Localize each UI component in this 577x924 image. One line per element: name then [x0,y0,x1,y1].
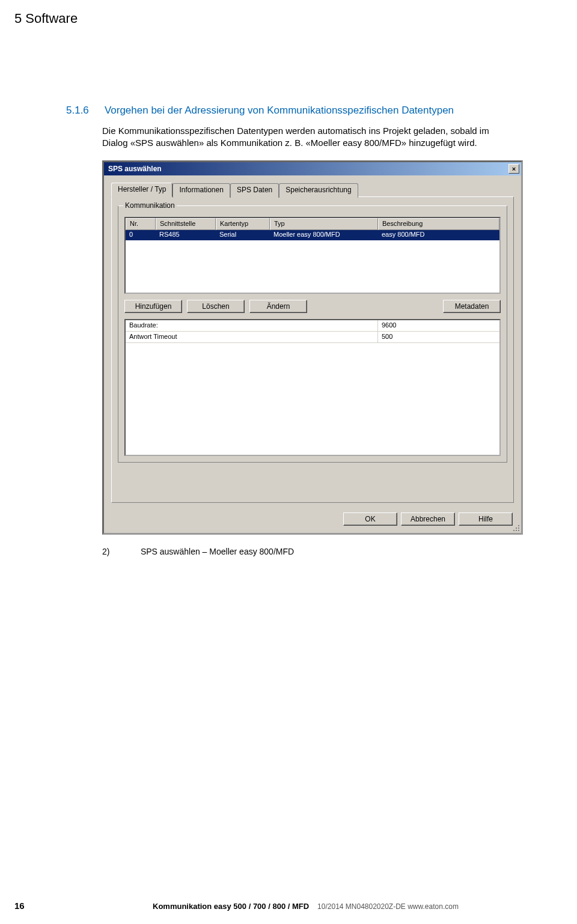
caption-text: SPS auswählen – Moeller easy 800/MFD [141,547,294,556]
section: 5.1.6 Vorgehen bei der Adressierung von … [66,105,511,556]
listview-header: Nr. Schnittstelle Kartentyp Typ Beschrei… [126,218,499,230]
col-schnittstelle[interactable]: Schnittstelle [156,218,216,230]
listview[interactable]: Nr. Schnittstelle Kartentyp Typ Beschrei… [124,217,501,294]
ok-button[interactable]: OK [343,512,397,526]
section-body: Die Kommunikationsspezifischen Datentype… [102,125,499,150]
footer-doc-title: Kommunikation easy 500 / 700 / 800 / MFD [153,902,309,911]
cancel-button[interactable]: Abbrechen [401,512,455,526]
col-beschreibung[interactable]: Beschreibung [378,218,499,230]
col-typ[interactable]: Typ [270,218,378,230]
section-number: 5.1.6 [66,105,102,117]
metadata-button[interactable]: Metadaten [443,300,501,313]
property-grid[interactable]: Baudrate: 9600 Antwort Timeout 500 [124,319,501,456]
group-kommunikation: Kommunikation Nr. Schnittstelle Kartenty… [118,205,507,463]
button-row: Hinzufügen Löschen Ändern Metadaten [124,300,501,313]
figure-caption: 2) SPS auswählen – Moeller easy 800/MFD [102,547,511,556]
cell-schnittstelle: RS485 [156,230,216,240]
tab-sps-daten[interactable]: SPS Daten [230,183,279,198]
col-nr[interactable]: Nr. [126,218,156,230]
resize-grip-icon[interactable] [511,523,520,532]
dialog-titlebar: SPS auswählen × [104,162,521,175]
footer-meta: 10/2014 MN04802020Z-DE www.eaton.com [317,902,459,911]
dialog-title: SPS auswählen [106,165,508,173]
edit-button[interactable]: Ändern [249,300,307,313]
dialog-sps-auswaehlen: SPS auswählen × Hersteller / Typ Informa… [102,160,523,535]
tabstrip: Hersteller / Typ Informationen SPS Daten… [111,183,514,197]
tab-speicher[interactable]: Speicherausrichtung [279,183,358,198]
page-header: 5 Software [0,0,577,26]
help-button[interactable]: Hilfe [459,512,513,526]
cell-besch: easy 800/MFD [378,230,499,240]
cell-nr: 0 [126,230,156,240]
close-button[interactable]: × [508,164,519,174]
caption-number: 2) [102,547,138,556]
cell-typ: Moeller easy 800/MFD [270,230,378,240]
dialog-button-bar: OK Abbrechen Hilfe [104,508,521,533]
add-button[interactable]: Hinzufügen [124,300,182,313]
listview-row-selected[interactable]: 0 RS485 Serial Moeller easy 800/MFD easy… [126,230,499,240]
col-kartentyp[interactable]: Kartentyp [216,218,270,230]
tab-hersteller[interactable]: Hersteller / Typ [111,183,172,197]
tab-panel: Kommunikation Nr. Schnittstelle Kartenty… [111,196,514,503]
page-number: 16 [14,901,153,911]
prop-label-timeout: Antwort Timeout [126,332,378,342]
prop-row-timeout[interactable]: Antwort Timeout 500 [126,332,499,343]
prop-value-baudrate[interactable]: 9600 [378,320,499,331]
group-label: Kommunikation [123,201,177,210]
prop-row-baudrate[interactable]: Baudrate: 9600 [126,320,499,332]
prop-label-baudrate: Baudrate: [126,320,378,331]
dialog-body: Hersteller / Typ Informationen SPS Daten… [104,175,521,508]
tab-informationen[interactable]: Informationen [172,183,230,198]
delete-button[interactable]: Löschen [187,300,245,313]
section-title: Vorgehen bei der Adressierung von Kommun… [105,105,454,117]
page-footer: 16 Kommunikation easy 500 / 700 / 800 / … [0,901,577,911]
cell-kartentyp: Serial [216,230,270,240]
prop-value-timeout[interactable]: 500 [378,332,499,342]
